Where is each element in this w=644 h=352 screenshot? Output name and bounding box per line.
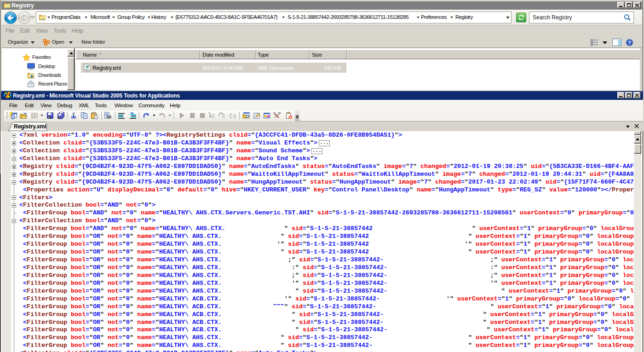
svg-text:?: ?	[628, 40, 631, 46]
svg-text:e: e	[86, 66, 88, 69]
